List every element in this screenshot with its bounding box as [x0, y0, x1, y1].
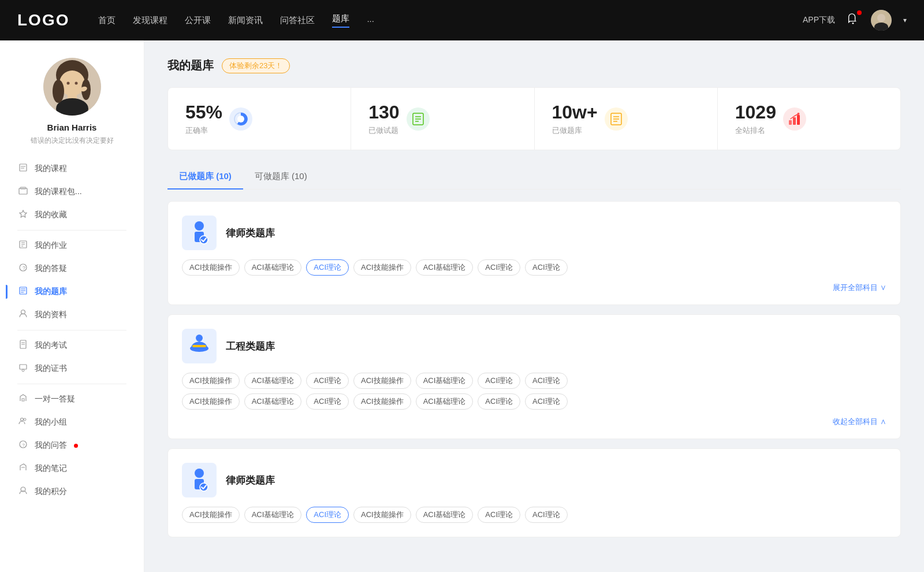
bank-title-engineer: 工程类题库 — [226, 340, 275, 353]
nav-questionbank[interactable]: 题库 — [332, 13, 349, 28]
sidebar-item-profile[interactable]: 我的资料 — [6, 303, 138, 326]
eng-tag-2[interactable]: ACI理论 — [306, 373, 349, 389]
svg-point-13 — [74, 82, 77, 85]
sidebar-item-answering[interactable]: ? 我的答疑 — [6, 257, 138, 280]
nav-news[interactable]: 新闻资讯 — [228, 15, 263, 26]
homework-icon — [17, 240, 29, 251]
bank-card-lawyer-1: 律师类题库 ACI技能操作 ACI基础理论 ACI理论 ACI技能操作 ACI基… — [167, 201, 901, 305]
sidebar-item-coursepack[interactable]: 我的课程包... — [6, 180, 138, 203]
collapse-button-engineer[interactable]: 收起全部科目 ∧ — [182, 414, 886, 429]
law2-tag-4[interactable]: ACI基础理论 — [416, 507, 474, 523]
group-icon — [17, 417, 29, 428]
tab-done-banks[interactable]: 已做题库 (10) — [167, 164, 243, 189]
tag-3[interactable]: ACI技能操作 — [353, 259, 411, 276]
stat-ranking: 1029 全站排名 — [718, 88, 900, 150]
sidebar-label-questionbank: 我的题库 — [35, 287, 67, 297]
eng-tag-10[interactable]: ACI技能操作 — [353, 393, 411, 410]
stat-ranking-value: 1029 — [735, 102, 776, 123]
sidebar-item-questionbank[interactable]: 我的题库 — [6, 280, 138, 303]
svg-rect-15 — [20, 164, 27, 171]
svg-point-10 — [53, 80, 64, 103]
user-avatar-nav[interactable] — [871, 10, 892, 31]
tag-5[interactable]: ACI理论 — [478, 259, 520, 276]
eng-tag-4[interactable]: ACI基础理论 — [416, 373, 474, 389]
tag-1[interactable]: ACI基础理论 — [244, 259, 302, 276]
eng-tag-1[interactable]: ACI基础理论 — [244, 373, 302, 389]
eng-tag-8[interactable]: ACI基础理论 — [244, 393, 302, 410]
divider-2 — [17, 330, 126, 330]
svg-text:?: ? — [23, 443, 25, 448]
logo[interactable]: LOGO — [17, 11, 69, 29]
sidebar-label-questions: 我的问答 — [35, 440, 67, 451]
sidebar-item-favorites[interactable]: 我的收藏 — [6, 203, 138, 226]
law2-tag-2[interactable]: ACI理论 — [306, 507, 349, 523]
svg-point-64 — [195, 469, 204, 478]
nav-open[interactable]: 公开课 — [185, 15, 211, 26]
app-download-button[interactable]: APP下载 — [803, 15, 835, 25]
sidebar-item-courses[interactable]: 我的课程 — [6, 157, 138, 180]
svg-point-38 — [21, 418, 24, 421]
eng-tag-6[interactable]: ACI理论 — [525, 373, 568, 389]
navbar-right: APP下载 ▾ — [803, 10, 907, 31]
stat-accuracy-value: 55% — [185, 102, 222, 123]
eng-tag-13[interactable]: ACI理论 — [525, 393, 568, 410]
sidebar-label-answering: 我的答疑 — [35, 263, 67, 274]
tab-available-banks[interactable]: 可做题库 (10) — [243, 164, 319, 189]
tag-0[interactable]: ACI技能操作 — [182, 259, 240, 276]
law2-tag-1[interactable]: ACI基础理论 — [244, 507, 302, 523]
sidebar-item-homework[interactable]: 我的作业 — [6, 234, 138, 257]
tag-4[interactable]: ACI基础理论 — [416, 259, 474, 276]
eng-tag-0[interactable]: ACI技能操作 — [182, 373, 240, 389]
svg-point-63 — [196, 335, 203, 341]
eng-tag-12[interactable]: ACI理论 — [478, 393, 520, 410]
bank-card-lawyer-2-header: 律师类题库 — [182, 463, 886, 497]
stat-done-label: 已做试题 — [368, 125, 399, 136]
bank-card-lawyer-1-header: 律师类题库 — [182, 216, 886, 250]
eng-tag-7[interactable]: ACI技能操作 — [182, 393, 240, 410]
user-chevron-icon[interactable]: ▾ — [903, 16, 907, 24]
sidebar-label-points: 我的积分 — [35, 486, 67, 497]
eng-tag-9[interactable]: ACI理论 — [306, 393, 349, 410]
law2-tag-5[interactable]: ACI理论 — [478, 507, 520, 523]
expand-button-lawyer-1[interactable]: 展开全部科目 ∨ — [182, 280, 886, 295]
eng-tag-3[interactable]: ACI技能操作 — [353, 373, 411, 389]
bank-tags-lawyer-2: ACI技能操作 ACI基础理论 ACI理论 ACI技能操作 ACI基础理论 AC… — [182, 507, 886, 523]
sidebar-item-tutor[interactable]: 一对一答疑 — [6, 388, 138, 411]
stat-accuracy: 55% 正确率 — [168, 88, 351, 150]
sidebar-label-profile: 我的资料 — [35, 310, 67, 320]
eng-tag-5[interactable]: ACI理论 — [478, 373, 520, 389]
sidebar-item-certificate[interactable]: 我的证书 — [6, 357, 138, 380]
nav-courses[interactable]: 发现课程 — [133, 15, 167, 26]
law2-tag-6[interactable]: ACI理论 — [525, 507, 568, 523]
svg-rect-37 — [22, 399, 24, 401]
main-content: 我的题库 体验剩余23天！ 55% 正确率 — [144, 40, 924, 572]
svg-point-12 — [66, 82, 69, 85]
tag-6[interactable]: ACI理论 — [525, 259, 568, 276]
law2-tag-3[interactable]: ACI技能操作 — [353, 507, 411, 523]
bank-title-lawyer-2: 律师类题库 — [226, 474, 275, 487]
sidebar-label-homework: 我的作业 — [35, 240, 67, 251]
bank-title-lawyer-1: 律师类题库 — [226, 226, 275, 240]
eng-tag-11[interactable]: ACI基础理论 — [416, 393, 474, 410]
tabs: 已做题库 (10) 可做题库 (10) — [167, 164, 901, 190]
svg-rect-62 — [192, 345, 206, 347]
nav-more[interactable]: ··· — [367, 16, 374, 25]
sidebar-item-notes[interactable]: 我的笔记 — [6, 457, 138, 480]
bank-tags-engineer-row2: ACI技能操作 ACI基础理论 ACI理论 ACI技能操作 ACI基础理论 AC… — [182, 393, 886, 410]
bell-icon[interactable] — [847, 13, 859, 28]
divider-1 — [17, 230, 126, 231]
tag-2[interactable]: ACI理论 — [306, 259, 349, 276]
stat-ranking-label: 全站排名 — [735, 125, 776, 136]
nav-home[interactable]: 首页 — [98, 15, 116, 26]
sidebar-item-points[interactable]: 我的积分 — [6, 480, 138, 503]
ranking-icon — [783, 107, 806, 131]
sidebar-item-group[interactable]: 我的小组 — [6, 411, 138, 434]
sidebar-item-questions[interactable]: ? 我的问答 — [6, 434, 138, 457]
answering-icon: ? — [17, 263, 29, 274]
law2-tag-0[interactable]: ACI技能操作 — [182, 507, 240, 523]
done-questions-icon — [407, 107, 430, 131]
nav-qa[interactable]: 问答社区 — [280, 15, 315, 26]
sidebar: Brian Harris 错误的决定比没有决定要好 我的课程 我的课程包... … — [0, 40, 144, 572]
sidebar-label-notes: 我的笔记 — [35, 463, 67, 474]
sidebar-item-exam[interactable]: 我的考试 — [6, 334, 138, 357]
